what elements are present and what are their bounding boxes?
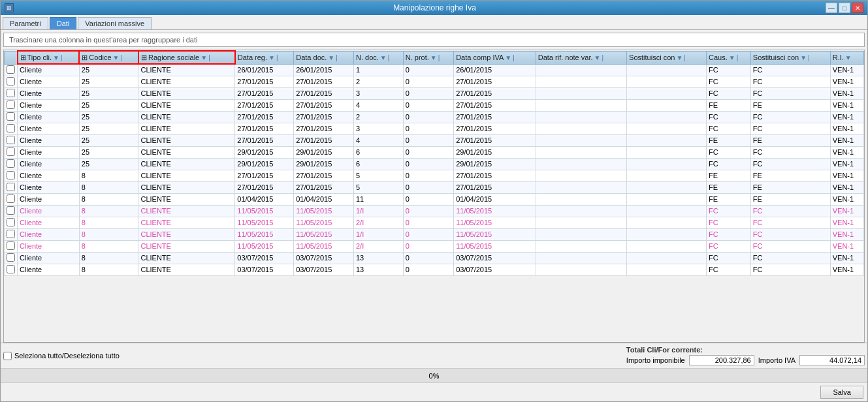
header-sost2-resize[interactable]: | — [808, 54, 810, 61]
header-sost1[interactable]: Sostituisci con ▼ | — [627, 51, 707, 64]
row-checkbox[interactable] — [7, 112, 15, 121]
table-row[interactable]: Cliente 25 CLIENTE 27/01/2015 27/01/2015… — [5, 76, 864, 87]
cell-data-comp: 27/01/2015 — [454, 181, 536, 193]
header-sost2[interactable]: Sostituisci con ▼ | — [750, 51, 830, 64]
save-button[interactable]: Salva — [820, 386, 863, 399]
header-n-doc-filter-icon[interactable]: ▼ — [380, 54, 387, 61]
row-checkbox[interactable] — [7, 194, 15, 203]
table-row[interactable]: Cliente 8 CLIENTE 27/01/2015 27/01/2015 … — [5, 170, 864, 181]
cell-sost1 — [627, 76, 707, 87]
header-n-prot-filter-icon[interactable]: ▼ — [430, 54, 437, 61]
close-button[interactable]: ✕ — [852, 3, 863, 13]
table-row[interactable]: Cliente 25 CLIENTE 27/01/2015 27/01/2015… — [5, 123, 864, 134]
table-row[interactable]: Cliente 8 CLIENTE 27/01/2015 27/01/2015 … — [5, 181, 864, 193]
header-ragione[interactable]: ⊞ Ragione sociale ▼ | — [138, 51, 235, 64]
table-row[interactable]: Cliente 25 CLIENTE 29/01/2015 29/01/2015… — [5, 158, 864, 170]
header-ragione-resize[interactable]: | — [208, 54, 210, 61]
cell-n-prot: 0 — [403, 170, 453, 181]
cell-ri: VEN-1 — [830, 134, 863, 146]
row-checkbox[interactable] — [7, 124, 15, 132]
row-checkbox[interactable] — [7, 136, 15, 144]
header-sost2-filter-icon[interactable]: ▼ — [800, 54, 807, 61]
header-n-doc-resize[interactable]: | — [388, 54, 390, 61]
row-checkbox[interactable] — [7, 230, 15, 238]
header-caus-filter-icon[interactable]: ▼ — [729, 54, 735, 61]
table-scroll[interactable]: ⊞ Tipo cli. ▼ | ⊞ Codice ▼ | — [3, 50, 865, 343]
table-row[interactable]: Cliente 25 CLIENTE 29/01/2015 29/01/2015… — [5, 146, 864, 158]
row-checkbox[interactable] — [7, 171, 15, 179]
table-row[interactable]: Cliente 8 CLIENTE 11/05/2015 11/05/2015 … — [5, 217, 864, 228]
table-row[interactable]: Cliente 8 CLIENTE 03/07/2015 03/07/2015 … — [5, 252, 864, 264]
header-ri[interactable]: R.I. ▼ — [830, 51, 863, 64]
maximize-button[interactable]: □ — [839, 3, 850, 13]
table-row[interactable]: Cliente 8 CLIENTE 11/05/2015 11/05/2015 … — [5, 205, 864, 217]
cell-data-doc: 11/05/2015 — [294, 217, 354, 228]
cell-sost2: FC — [750, 205, 830, 217]
row-checkbox[interactable] — [7, 206, 15, 215]
header-codice-resize[interactable]: | — [121, 54, 123, 61]
header-codice-filter-icon[interactable]: ▼ — [113, 54, 120, 61]
tab-dati[interactable]: Dati — [50, 17, 77, 29]
header-ragione-filter-icon[interactable]: ▼ — [201, 54, 207, 61]
header-data-doc[interactable]: Data doc. ▼ | — [294, 51, 354, 64]
row-checkbox[interactable] — [7, 265, 15, 273]
window-title: Manipolazione righe Iva — [44, 3, 826, 12]
table-row[interactable]: Cliente 25 CLIENTE 27/01/2015 27/01/2015… — [5, 134, 864, 146]
header-data-doc-resize[interactable]: | — [336, 54, 338, 61]
row-checkbox[interactable] — [7, 218, 15, 226]
cell-data-rif — [536, 252, 626, 264]
table-row[interactable]: Cliente 8 CLIENTE 01/04/2015 01/04/2015 … — [5, 193, 864, 205]
header-n-doc[interactable]: N. doc. ▼ | — [353, 51, 403, 64]
tab-parametri[interactable]: Parametri — [3, 17, 48, 29]
row-checkbox[interactable] — [7, 241, 15, 250]
cell-sost2: FC — [750, 123, 830, 134]
cell-ragione: CLIENTE — [138, 181, 235, 193]
row-checkbox[interactable] — [7, 147, 15, 156]
tab-variazioni[interactable]: Variazioni massive — [78, 17, 152, 29]
select-all-checkbox[interactable] — [3, 352, 12, 360]
header-data-reg[interactable]: Data reg. ▼ | — [235, 51, 294, 64]
header-tipo[interactable]: ⊞ Tipo cli. ▼ | — [18, 51, 80, 64]
cell-data-rif — [536, 205, 626, 217]
cell-caus: FC — [706, 123, 750, 134]
header-codice[interactable]: ⊞ Codice ▼ | — [79, 51, 138, 64]
cell-data-doc: 27/01/2015 — [294, 87, 354, 99]
cell-data-rif — [536, 146, 626, 158]
cell-data-comp: 27/01/2015 — [454, 111, 536, 123]
header-data-reg-resize[interactable]: | — [276, 54, 278, 61]
select-all-label: Seleziona tutto/Deseleziona tutto — [14, 352, 120, 360]
table-row[interactable]: Cliente 8 CLIENTE 03/07/2015 03/07/2015 … — [5, 264, 864, 275]
header-data-comp-filter-icon[interactable]: ▼ — [505, 54, 511, 61]
header-data-rif-filter-icon[interactable]: ▼ — [594, 54, 601, 61]
header-caus[interactable]: Caus. ▼ | — [706, 51, 750, 64]
header-caus-resize[interactable]: | — [737, 54, 739, 61]
header-n-prot-resize[interactable]: | — [438, 54, 440, 61]
header-tipo-filter-icon[interactable]: ▼ — [53, 54, 59, 61]
table-row[interactable]: Cliente 8 CLIENTE 11/05/2015 11/05/2015 … — [5, 228, 864, 240]
row-checkbox[interactable] — [7, 100, 15, 109]
header-data-comp[interactable]: Data comp IVA ▼ | — [454, 51, 536, 64]
row-checkbox[interactable] — [7, 89, 15, 97]
header-sost1-filter-icon[interactable]: ▼ — [676, 54, 683, 61]
table-row[interactable]: Cliente 8 CLIENTE 11/05/2015 11/05/2015 … — [5, 240, 864, 252]
row-checkbox[interactable] — [7, 159, 15, 168]
header-n-prot[interactable]: N. prot. ▼ | — [403, 51, 453, 64]
header-ri-filter-icon[interactable]: ▼ — [845, 54, 852, 61]
minimize-button[interactable]: — — [826, 3, 837, 13]
table-row[interactable]: Cliente 25 CLIENTE 27/01/2015 27/01/2015… — [5, 99, 864, 111]
header-data-doc-filter-icon[interactable]: ▼ — [328, 54, 334, 61]
header-data-comp-resize[interactable]: | — [513, 54, 515, 61]
table-row[interactable]: Cliente 25 CLIENTE 27/01/2015 27/01/2015… — [5, 87, 864, 99]
row-checkbox[interactable] — [7, 77, 15, 85]
header-data-rif[interactable]: Data rif. note var. ▼ | — [536, 51, 626, 64]
row-checkbox[interactable] — [7, 65, 15, 74]
table-row[interactable]: Cliente 25 CLIENTE 27/01/2015 27/01/2015… — [5, 111, 864, 123]
row-checkbox[interactable] — [7, 253, 15, 262]
header-data-rif-resize[interactable]: | — [602, 54, 603, 61]
cell-caus: FC — [706, 205, 750, 217]
header-data-reg-filter-icon[interactable]: ▼ — [268, 54, 275, 61]
header-sost1-resize[interactable]: | — [684, 54, 686, 61]
table-row[interactable]: Cliente 25 CLIENTE 26/01/2015 26/01/2015… — [5, 64, 864, 76]
header-tipo-resize[interactable]: | — [61, 54, 63, 61]
row-checkbox[interactable] — [7, 183, 15, 191]
